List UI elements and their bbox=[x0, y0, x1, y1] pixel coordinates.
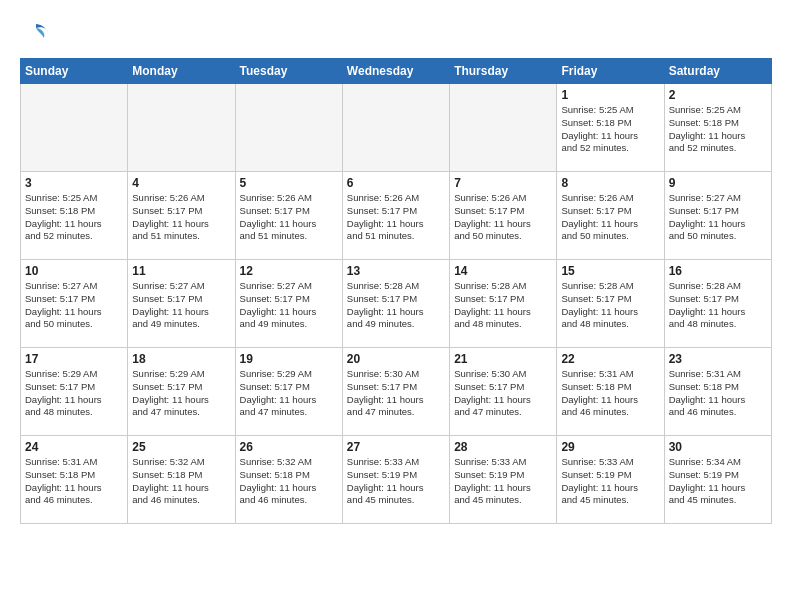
day-cell: 28Sunrise: 5:33 AMSunset: 5:19 PMDayligh… bbox=[450, 436, 557, 524]
day-cell: 16Sunrise: 5:28 AMSunset: 5:17 PMDayligh… bbox=[664, 260, 771, 348]
day-number: 6 bbox=[347, 176, 445, 190]
weekday-header-thursday: Thursday bbox=[450, 59, 557, 84]
day-number: 24 bbox=[25, 440, 123, 454]
calendar-table: SundayMondayTuesdayWednesdayThursdayFrid… bbox=[20, 58, 772, 524]
day-info: Sunrise: 5:30 AMSunset: 5:17 PMDaylight:… bbox=[454, 368, 552, 419]
day-number: 3 bbox=[25, 176, 123, 190]
day-cell: 12Sunrise: 5:27 AMSunset: 5:17 PMDayligh… bbox=[235, 260, 342, 348]
weekday-header-tuesday: Tuesday bbox=[235, 59, 342, 84]
day-cell: 3Sunrise: 5:25 AMSunset: 5:18 PMDaylight… bbox=[21, 172, 128, 260]
weekday-header-monday: Monday bbox=[128, 59, 235, 84]
day-info: Sunrise: 5:31 AMSunset: 5:18 PMDaylight:… bbox=[561, 368, 659, 419]
week-row-1: 1Sunrise: 5:25 AMSunset: 5:18 PMDaylight… bbox=[21, 84, 772, 172]
day-cell: 21Sunrise: 5:30 AMSunset: 5:17 PMDayligh… bbox=[450, 348, 557, 436]
day-number: 20 bbox=[347, 352, 445, 366]
day-cell: 25Sunrise: 5:32 AMSunset: 5:18 PMDayligh… bbox=[128, 436, 235, 524]
day-cell: 10Sunrise: 5:27 AMSunset: 5:17 PMDayligh… bbox=[21, 260, 128, 348]
day-info: Sunrise: 5:27 AMSunset: 5:17 PMDaylight:… bbox=[25, 280, 123, 331]
logo-bird-icon bbox=[22, 20, 50, 48]
day-cell bbox=[21, 84, 128, 172]
week-row-2: 3Sunrise: 5:25 AMSunset: 5:18 PMDaylight… bbox=[21, 172, 772, 260]
day-number: 9 bbox=[669, 176, 767, 190]
day-cell: 8Sunrise: 5:26 AMSunset: 5:17 PMDaylight… bbox=[557, 172, 664, 260]
day-info: Sunrise: 5:28 AMSunset: 5:17 PMDaylight:… bbox=[454, 280, 552, 331]
header bbox=[20, 16, 772, 48]
weekday-header-friday: Friday bbox=[557, 59, 664, 84]
day-number: 29 bbox=[561, 440, 659, 454]
page: SundayMondayTuesdayWednesdayThursdayFrid… bbox=[0, 0, 792, 612]
day-number: 18 bbox=[132, 352, 230, 366]
day-number: 7 bbox=[454, 176, 552, 190]
day-cell: 14Sunrise: 5:28 AMSunset: 5:17 PMDayligh… bbox=[450, 260, 557, 348]
day-cell: 19Sunrise: 5:29 AMSunset: 5:17 PMDayligh… bbox=[235, 348, 342, 436]
day-info: Sunrise: 5:26 AMSunset: 5:17 PMDaylight:… bbox=[347, 192, 445, 243]
day-number: 15 bbox=[561, 264, 659, 278]
day-number: 27 bbox=[347, 440, 445, 454]
day-info: Sunrise: 5:25 AMSunset: 5:18 PMDaylight:… bbox=[561, 104, 659, 155]
day-cell: 29Sunrise: 5:33 AMSunset: 5:19 PMDayligh… bbox=[557, 436, 664, 524]
day-info: Sunrise: 5:26 AMSunset: 5:17 PMDaylight:… bbox=[240, 192, 338, 243]
day-cell bbox=[128, 84, 235, 172]
day-number: 4 bbox=[132, 176, 230, 190]
day-number: 21 bbox=[454, 352, 552, 366]
day-info: Sunrise: 5:25 AMSunset: 5:18 PMDaylight:… bbox=[25, 192, 123, 243]
day-info: Sunrise: 5:33 AMSunset: 5:19 PMDaylight:… bbox=[561, 456, 659, 507]
day-cell: 7Sunrise: 5:26 AMSunset: 5:17 PMDaylight… bbox=[450, 172, 557, 260]
day-cell: 18Sunrise: 5:29 AMSunset: 5:17 PMDayligh… bbox=[128, 348, 235, 436]
day-cell bbox=[235, 84, 342, 172]
day-number: 19 bbox=[240, 352, 338, 366]
day-number: 10 bbox=[25, 264, 123, 278]
day-info: Sunrise: 5:27 AMSunset: 5:17 PMDaylight:… bbox=[132, 280, 230, 331]
day-cell: 2Sunrise: 5:25 AMSunset: 5:18 PMDaylight… bbox=[664, 84, 771, 172]
day-cell bbox=[342, 84, 449, 172]
day-number: 8 bbox=[561, 176, 659, 190]
day-cell: 6Sunrise: 5:26 AMSunset: 5:17 PMDaylight… bbox=[342, 172, 449, 260]
weekday-header-row: SundayMondayTuesdayWednesdayThursdayFrid… bbox=[21, 59, 772, 84]
day-cell bbox=[450, 84, 557, 172]
day-number: 25 bbox=[132, 440, 230, 454]
day-info: Sunrise: 5:31 AMSunset: 5:18 PMDaylight:… bbox=[25, 456, 123, 507]
week-row-3: 10Sunrise: 5:27 AMSunset: 5:17 PMDayligh… bbox=[21, 260, 772, 348]
day-cell: 9Sunrise: 5:27 AMSunset: 5:17 PMDaylight… bbox=[664, 172, 771, 260]
day-number: 22 bbox=[561, 352, 659, 366]
day-info: Sunrise: 5:26 AMSunset: 5:17 PMDaylight:… bbox=[132, 192, 230, 243]
day-info: Sunrise: 5:29 AMSunset: 5:17 PMDaylight:… bbox=[25, 368, 123, 419]
day-number: 11 bbox=[132, 264, 230, 278]
day-info: Sunrise: 5:25 AMSunset: 5:18 PMDaylight:… bbox=[669, 104, 767, 155]
weekday-header-wednesday: Wednesday bbox=[342, 59, 449, 84]
day-cell: 23Sunrise: 5:31 AMSunset: 5:18 PMDayligh… bbox=[664, 348, 771, 436]
day-info: Sunrise: 5:29 AMSunset: 5:17 PMDaylight:… bbox=[132, 368, 230, 419]
day-number: 23 bbox=[669, 352, 767, 366]
day-info: Sunrise: 5:26 AMSunset: 5:17 PMDaylight:… bbox=[454, 192, 552, 243]
day-number: 12 bbox=[240, 264, 338, 278]
day-number: 1 bbox=[561, 88, 659, 102]
day-info: Sunrise: 5:28 AMSunset: 5:17 PMDaylight:… bbox=[347, 280, 445, 331]
day-cell: 1Sunrise: 5:25 AMSunset: 5:18 PMDaylight… bbox=[557, 84, 664, 172]
day-info: Sunrise: 5:33 AMSunset: 5:19 PMDaylight:… bbox=[454, 456, 552, 507]
day-info: Sunrise: 5:30 AMSunset: 5:17 PMDaylight:… bbox=[347, 368, 445, 419]
day-info: Sunrise: 5:33 AMSunset: 5:19 PMDaylight:… bbox=[347, 456, 445, 507]
day-cell: 26Sunrise: 5:32 AMSunset: 5:18 PMDayligh… bbox=[235, 436, 342, 524]
day-cell: 17Sunrise: 5:29 AMSunset: 5:17 PMDayligh… bbox=[21, 348, 128, 436]
weekday-header-saturday: Saturday bbox=[664, 59, 771, 84]
day-cell: 13Sunrise: 5:28 AMSunset: 5:17 PMDayligh… bbox=[342, 260, 449, 348]
day-cell: 27Sunrise: 5:33 AMSunset: 5:19 PMDayligh… bbox=[342, 436, 449, 524]
day-number: 14 bbox=[454, 264, 552, 278]
day-number: 17 bbox=[25, 352, 123, 366]
day-cell: 4Sunrise: 5:26 AMSunset: 5:17 PMDaylight… bbox=[128, 172, 235, 260]
week-row-5: 24Sunrise: 5:31 AMSunset: 5:18 PMDayligh… bbox=[21, 436, 772, 524]
day-info: Sunrise: 5:28 AMSunset: 5:17 PMDaylight:… bbox=[561, 280, 659, 331]
day-cell: 5Sunrise: 5:26 AMSunset: 5:17 PMDaylight… bbox=[235, 172, 342, 260]
day-info: Sunrise: 5:29 AMSunset: 5:17 PMDaylight:… bbox=[240, 368, 338, 419]
day-number: 5 bbox=[240, 176, 338, 190]
day-number: 2 bbox=[669, 88, 767, 102]
day-number: 26 bbox=[240, 440, 338, 454]
day-cell: 30Sunrise: 5:34 AMSunset: 5:19 PMDayligh… bbox=[664, 436, 771, 524]
day-number: 28 bbox=[454, 440, 552, 454]
day-number: 13 bbox=[347, 264, 445, 278]
logo bbox=[20, 20, 50, 48]
day-info: Sunrise: 5:26 AMSunset: 5:17 PMDaylight:… bbox=[561, 192, 659, 243]
day-info: Sunrise: 5:27 AMSunset: 5:17 PMDaylight:… bbox=[240, 280, 338, 331]
day-number: 16 bbox=[669, 264, 767, 278]
day-info: Sunrise: 5:32 AMSunset: 5:18 PMDaylight:… bbox=[240, 456, 338, 507]
